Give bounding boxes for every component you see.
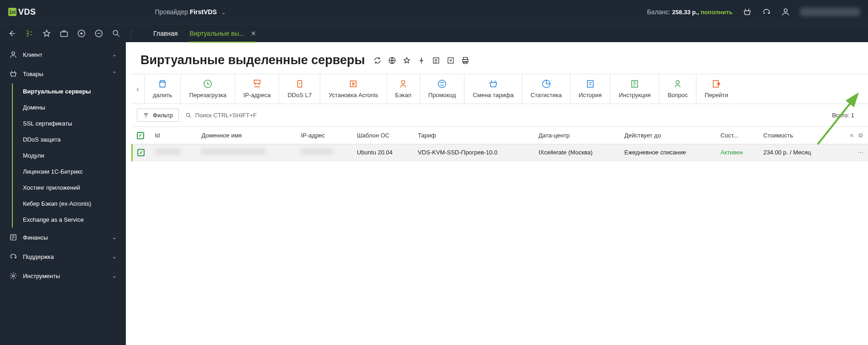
row-menu-icon[interactable]: ⋯ bbox=[857, 149, 863, 156]
svg-rect-13 bbox=[464, 61, 467, 64]
balance-label: Баланс: bbox=[647, 8, 671, 16]
print-icon[interactable] bbox=[461, 56, 469, 65]
page-title: Виртуальные выделенные серверы bbox=[140, 53, 365, 67]
action-goto[interactable]: Перейти bbox=[696, 74, 737, 104]
action-ddos[interactable]: DDoS L7 bbox=[279, 74, 320, 104]
svg-rect-11 bbox=[463, 57, 467, 60]
action-stats[interactable]: Статистика bbox=[522, 74, 570, 104]
scroll-left-icon[interactable]: ‹ bbox=[131, 74, 144, 104]
sidebar-item-acronis[interactable]: Кибер Бэкап (ex-Acronis) bbox=[0, 196, 126, 212]
sidebar-item-modules[interactable]: Модули bbox=[0, 148, 126, 164]
action-instruction[interactable]: Инструкция bbox=[610, 74, 659, 104]
basket-icon[interactable] bbox=[743, 7, 752, 16]
select-all-checkbox[interactable] bbox=[137, 132, 144, 139]
svg-rect-1 bbox=[61, 32, 68, 36]
svg-rect-22 bbox=[587, 80, 593, 87]
pin-icon[interactable] bbox=[417, 56, 426, 65]
back-icon[interactable] bbox=[7, 29, 16, 38]
svg-point-19 bbox=[402, 80, 405, 83]
logo[interactable]: 1st VDS bbox=[8, 7, 36, 17]
sidebar-item-hosting[interactable]: Хостинг приложений bbox=[0, 180, 126, 196]
svg-point-0 bbox=[784, 9, 787, 12]
headset-icon[interactable] bbox=[762, 7, 771, 16]
sidebar-item-ssl[interactable]: SSL сертификаты bbox=[0, 115, 126, 131]
action-promo[interactable]: Промокод bbox=[420, 74, 464, 104]
action-backup[interactable]: Бэкап bbox=[387, 74, 420, 104]
total-count: Всего: 1 bbox=[832, 112, 854, 119]
topup-link[interactable]: пополнить bbox=[701, 9, 733, 16]
plus-circle-icon[interactable] bbox=[77, 29, 86, 38]
briefcase-icon[interactable] bbox=[59, 29, 69, 38]
user-icon[interactable] bbox=[781, 7, 790, 16]
minus-circle-icon[interactable] bbox=[94, 29, 103, 38]
svg-point-7 bbox=[12, 275, 15, 277]
star-icon[interactable] bbox=[42, 29, 51, 38]
svg-point-20 bbox=[438, 80, 446, 88]
list-icon[interactable] bbox=[432, 56, 440, 65]
search-input[interactable]: Поиск CTRL+SHIFT+F bbox=[185, 112, 257, 119]
tree-icon[interactable] bbox=[25, 29, 34, 38]
sidebar-item-domains[interactable]: Домены bbox=[0, 99, 126, 115]
columns-menu-icon[interactable]: ≡ bbox=[850, 132, 853, 139]
svg-rect-16 bbox=[254, 80, 260, 83]
balance-value: 258.33 р., bbox=[672, 9, 699, 16]
close-icon[interactable]: ✕ bbox=[251, 30, 256, 37]
sidebar-item-vds[interactable]: Виртуальные серверы bbox=[0, 83, 126, 99]
svg-point-24 bbox=[676, 80, 679, 83]
star-outline-icon[interactable] bbox=[403, 56, 411, 65]
globe-icon[interactable] bbox=[388, 56, 396, 65]
svg-rect-18 bbox=[350, 81, 356, 87]
filter-button[interactable]: Фильтр bbox=[137, 109, 179, 122]
tab-home[interactable]: Главная bbox=[153, 25, 178, 42]
sidebar-item-ddos[interactable]: DDoS защита bbox=[0, 131, 126, 148]
action-reboot[interactable]: Перезагрузка bbox=[180, 74, 234, 104]
sidebar-item-bitrix[interactable]: Лицензии 1С-Битрикс bbox=[0, 164, 126, 180]
sidebar-item-exchange[interactable]: Exchange as a Service bbox=[0, 212, 126, 228]
table-header: Id Доменное имя IP-адрес Шаблон ОС Тариф… bbox=[132, 127, 868, 144]
action-history[interactable]: История bbox=[570, 74, 610, 104]
table-row[interactable]: Ubuntu 20.04 VDS-KVM-SSD-Прогрев-10.0 IX… bbox=[132, 144, 868, 161]
sidebar-products[interactable]: Товары⌃ bbox=[0, 64, 126, 83]
provider-switcher[interactable]: Провайдер FirstVDS bbox=[155, 8, 226, 16]
action-ip[interactable]: IP-адреса bbox=[235, 74, 279, 104]
tab-vds[interactable]: Виртуальные вы... ✕ bbox=[189, 25, 256, 42]
sidebar-support[interactable]: Поддержка⌄ bbox=[0, 247, 126, 266]
settings-icon[interactable]: ⚙ bbox=[858, 132, 863, 139]
export-icon[interactable] bbox=[447, 56, 455, 65]
action-acronis[interactable]: Установка Acronis bbox=[320, 74, 386, 104]
svg-point-26 bbox=[186, 113, 189, 116]
sidebar-client[interactable]: Клиент⌄ bbox=[0, 45, 126, 64]
refresh-icon[interactable] bbox=[373, 56, 382, 65]
search-icon[interactable] bbox=[112, 29, 121, 38]
user-menu[interactable] bbox=[800, 8, 860, 16]
sidebar-tools[interactable]: Инструменты⌄ bbox=[0, 266, 126, 285]
sidebar-finance[interactable]: Финансы⌄ bbox=[0, 228, 126, 247]
svg-point-5 bbox=[12, 52, 15, 55]
action-question[interactable]: Вопрос bbox=[659, 74, 696, 104]
row-checkbox[interactable] bbox=[137, 149, 145, 156]
svg-point-4 bbox=[113, 30, 118, 35]
action-delete[interactable]: далить bbox=[144, 74, 180, 104]
action-tariff[interactable]: Смена тарифа bbox=[464, 74, 522, 104]
